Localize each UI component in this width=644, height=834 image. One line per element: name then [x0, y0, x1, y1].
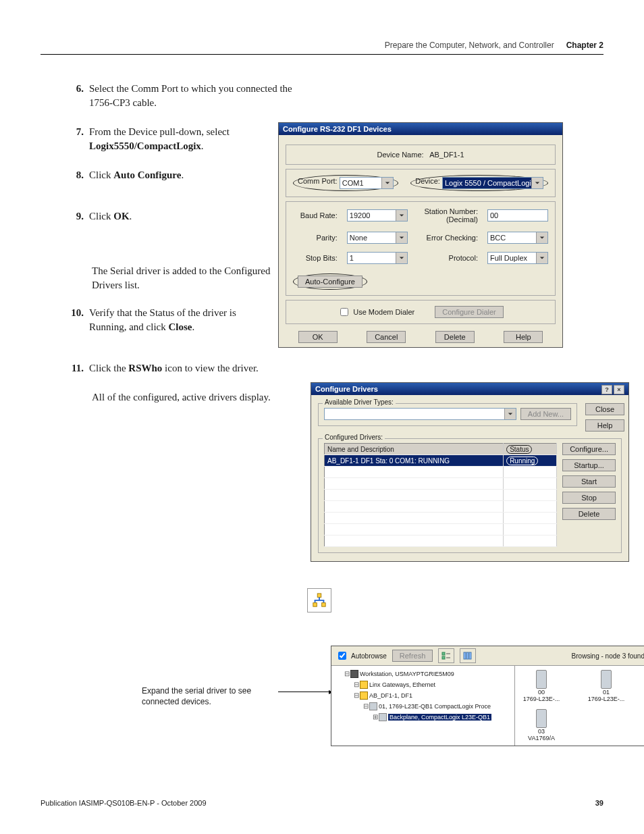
chevron-down-icon: [396, 232, 407, 243]
close-button[interactable]: Close: [585, 403, 624, 415]
station-label: Station Number: (Decimal): [425, 207, 478, 224]
step-7: 7. From the Device pull-down, select Log…: [68, 125, 311, 153]
col-name: Name and Description: [325, 444, 504, 455]
device-combo[interactable]: Logix 5550 / CompactLogix: [442, 177, 543, 189]
table-row[interactable]: [325, 536, 557, 547]
step-9: 9. Click OK.: [68, 209, 311, 224]
chevron-down-icon: [396, 253, 407, 263]
col-status: Status: [504, 444, 557, 455]
stop-button[interactable]: Stop: [562, 492, 616, 504]
svg-rect-5: [313, 603, 317, 607]
svg-rect-13: [469, 652, 471, 659]
cancel-button[interactable]: Cancel: [367, 331, 406, 343]
dialog1-titlebar: Configure RS-232 DF1 Devices: [279, 123, 562, 135]
chevron-down-icon: [504, 409, 516, 419]
startup-button[interactable]: Startup...: [562, 459, 616, 471]
auto-configure-callout: Auto-Configure: [293, 273, 367, 290]
comm-port-callout: Comm Port: COM1: [293, 175, 398, 191]
help-button[interactable]: Help: [504, 331, 543, 343]
step-6: 6. Select the Comm Port to which you con…: [68, 82, 311, 110]
parity-label: Parity:: [317, 234, 338, 242]
auto-configure-button[interactable]: Auto-Configure: [298, 276, 363, 288]
use-modem-checkbox[interactable]: Use Modem Dialer: [338, 306, 414, 318]
chevron-down-icon: [531, 178, 543, 188]
dialog-configure-df1: Configure RS-232 DF1 Devices Device Name…: [278, 122, 563, 348]
device-00[interactable]: 00 1769-L23E-...: [518, 670, 565, 702]
tree-selected[interactable]: Backplane, CompactLogix L23E-QB1: [388, 714, 491, 721]
station-input[interactable]: 00: [487, 209, 548, 221]
svg-rect-6: [322, 603, 326, 607]
module-icon: [536, 709, 547, 728]
workstation-icon: [350, 670, 358, 678]
autobrowse-checkbox[interactable]: Autobrowse: [336, 650, 387, 662]
ok-button[interactable]: OK: [298, 331, 338, 343]
svg-rect-0: [317, 594, 321, 598]
dialog2-titlebar: Configure Drivers ? ×: [311, 383, 628, 395]
errchk-combo[interactable]: BCC: [487, 232, 548, 244]
device-03[interactable]: 03 VA1769/A: [518, 709, 565, 741]
device-tree[interactable]: ⊟Workstation, USMAYPTGRIE5M09 ⊟Linx Gate…: [331, 666, 515, 746]
refresh-button[interactable]: Refresh: [392, 650, 433, 662]
device-name-label: Device Name:: [377, 151, 424, 159]
table-row[interactable]: AB_DF1-1 DF1 Sta: 0 COM1: RUNNING Runnin…: [325, 455, 557, 467]
close-icon[interactable]: ×: [614, 385, 624, 394]
baud-combo[interactable]: 19200: [347, 209, 408, 221]
network-icon: [360, 692, 368, 700]
svg-rect-11: [464, 652, 466, 659]
rswho-icon: [307, 588, 331, 613]
svg-rect-12: [466, 652, 468, 659]
start-button[interactable]: Start: [562, 475, 616, 488]
errchk-label: Error Checking:: [427, 234, 478, 242]
driver-type-combo[interactable]: [324, 408, 516, 420]
chapter-number: Chapter 2: [566, 41, 603, 50]
table-row[interactable]: [325, 513, 557, 524]
table-row[interactable]: [325, 490, 557, 501]
publication-id: Publication IASIMP-QS010B-EN-P - October…: [41, 799, 207, 807]
svg-rect-7: [442, 652, 445, 655]
configure-dialer-button[interactable]: Configure Dialer: [435, 306, 503, 318]
proto-combo[interactable]: Full Duplex: [487, 252, 548, 264]
add-new-button[interactable]: Add New...: [520, 408, 571, 420]
chevron-down-icon: [536, 253, 547, 263]
page-number: 39: [595, 799, 603, 807]
backplane-icon: [379, 713, 387, 721]
stop-label: Stop Bits:: [306, 254, 338, 262]
comm-port-combo[interactable]: COM1: [340, 177, 394, 189]
module-icon: [536, 670, 547, 689]
svg-rect-8: [442, 656, 445, 659]
help-button-2[interactable]: Help: [585, 419, 624, 432]
icon-view-icon[interactable]: [460, 648, 476, 663]
note-serial-driver: The Serial driver is added to the Config…: [92, 264, 294, 292]
chevron-down-icon: [536, 232, 547, 243]
device-01[interactable]: 01 1769-L23E-...: [583, 670, 630, 702]
available-drivers-legend: Available Driver Types:: [323, 398, 396, 406]
delete-driver-button[interactable]: Delete: [562, 508, 616, 520]
parity-combo[interactable]: None: [347, 232, 408, 244]
table-row[interactable]: [325, 467, 557, 478]
annotation-arrow: [278, 692, 332, 692]
device-icon: [369, 702, 377, 710]
help-icon[interactable]: ?: [601, 385, 612, 394]
table-row[interactable]: [325, 478, 557, 490]
table-row[interactable]: [325, 524, 557, 536]
step-11: 11. Click the RSWho icon to view the dri…: [68, 361, 270, 375]
module-icon: [601, 670, 612, 689]
configured-drivers-table[interactable]: Name and Description Status AB_DF1-1 DF1…: [324, 443, 557, 547]
note-drivers-display: All of the configured, active drivers di…: [92, 390, 294, 405]
page-footer: Publication IASIMP-QS010B-EN-P - October…: [41, 799, 603, 807]
annotation-expand: Expand the serial driver to see connecte…: [142, 686, 277, 707]
proto-label: Protocol:: [449, 254, 478, 262]
dialog-configure-drivers: Configure Drivers ? × Available Driver T…: [311, 382, 629, 562]
running-header: Prepare the Computer, Network, and Contr…: [41, 41, 603, 55]
network-icon: [360, 681, 368, 689]
chevron-down-icon: [381, 178, 393, 188]
step-8: 8. Click Auto Configure.: [68, 168, 311, 182]
configure-button[interactable]: Configure...: [562, 443, 616, 455]
rswho-browser: Autobrowse Refresh Browsing - node 3 fou…: [331, 646, 644, 746]
list-view-icon[interactable]: [438, 648, 454, 663]
device-icon-pane: 00 1769-L23E-... 01 1769-L23E-... 03 VA1…: [515, 666, 644, 746]
delete-button[interactable]: Delete: [435, 331, 475, 343]
baud-label: Baud Rate:: [300, 211, 338, 219]
table-row[interactable]: [325, 501, 557, 513]
stop-combo[interactable]: 1: [347, 252, 408, 264]
